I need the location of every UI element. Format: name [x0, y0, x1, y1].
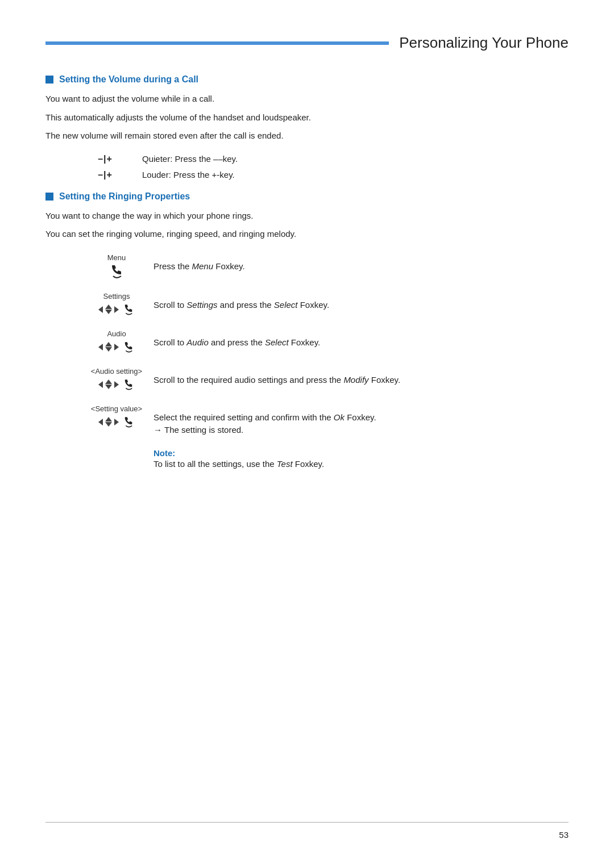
note-text: To list to all the settings, use the Tes… [154, 459, 324, 469]
step-graphic-settings [98, 302, 135, 317]
key-minus-desc: Quieter: Press the ––key. [142, 154, 238, 164]
section1-square-icon [45, 76, 53, 84]
section2-para2: You can set the ringing volume, ringing … [45, 228, 569, 241]
step-icon-audio-setting: <Audio setting> [80, 366, 154, 392]
steps-table: Menu Press the Menu Foxkey. Settings [80, 252, 466, 437]
arrow-right-icon: → [154, 424, 162, 437]
section1-para1: You want to adjust the volume while in a… [45, 93, 569, 106]
step-graphic-audio [98, 340, 135, 354]
step-graphic-setting-value [98, 415, 135, 429]
volume-keys: –|+ Quieter: Press the ––key. –|+ Louder… [91, 154, 569, 180]
step-row-audio-setting: <Audio setting> [80, 366, 466, 392]
step-icon-audio: Audio [80, 328, 154, 354]
key-plus-desc: Louder: Press the +-key. [142, 170, 235, 180]
note-section: Note: To list to all the settings, use t… [154, 448, 569, 471]
step-text-setting-value: Select the required setting and confirm … [154, 403, 466, 437]
step-icon-menu: Menu [80, 252, 154, 279]
step-label-menu: Menu [107, 253, 126, 262]
step-text-audio: Scroll to Audio and press the Select Fox… [154, 328, 466, 349]
section1-heading-text: Setting the Volume during a Call [59, 74, 198, 85]
step-text-menu: Press the Menu Foxkey. [154, 252, 466, 273]
section2-heading-text: Setting the Ringing Properties [59, 191, 190, 202]
section1-para2: This automatically adjusts the volume of… [45, 111, 569, 124]
key-plus-symbol: –|+ [91, 170, 119, 180]
section1-heading: Setting the Volume during a Call [45, 74, 569, 85]
step-label-settings: Settings [103, 292, 130, 301]
key-minus-symbol: –|+ [91, 154, 119, 164]
step-row-setting-value: <Setting value> [80, 403, 466, 437]
page-title: Personalizing Your Phone [399, 34, 569, 52]
footer: 53 [559, 830, 569, 840]
section2-square-icon [45, 193, 53, 201]
header-rule [45, 41, 389, 45]
page-number: 53 [559, 830, 569, 840]
section2-para1: You want to change the way in which your… [45, 210, 569, 223]
step-icon-setting-value: <Setting value> [80, 403, 154, 429]
section2-heading: Setting the Ringing Properties [45, 191, 569, 202]
note-label: Note: [154, 448, 175, 458]
footer-rule [45, 822, 569, 823]
step-label-audio: Audio [107, 329, 126, 338]
step-row-settings: Settings [80, 291, 466, 317]
step-icon-settings: Settings [80, 291, 154, 317]
volume-row-quieter: –|+ Quieter: Press the ––key. [91, 154, 569, 164]
step-text-settings: Scroll to Settings and press the Select … [154, 291, 466, 312]
step-graphic-menu [109, 264, 125, 279]
step-graphic-audio-setting [98, 377, 135, 392]
step-row-menu: Menu Press the Menu Foxkey. [80, 252, 466, 279]
step-label-setting-value: <Setting value> [91, 404, 142, 413]
volume-row-louder: –|+ Louder: Press the +-key. [91, 170, 569, 180]
header-bar: Personalizing Your Phone [45, 34, 569, 52]
section1-para3: The new volume will remain stored even a… [45, 130, 569, 143]
step-row-audio: Audio [80, 328, 466, 354]
step-text-audio-setting: Scroll to the required audio settings an… [154, 366, 466, 387]
step-label-audio-setting: <Audio setting> [91, 367, 142, 375]
page-container: Personalizing Your Phone Setting the Vol… [0, 0, 614, 868]
